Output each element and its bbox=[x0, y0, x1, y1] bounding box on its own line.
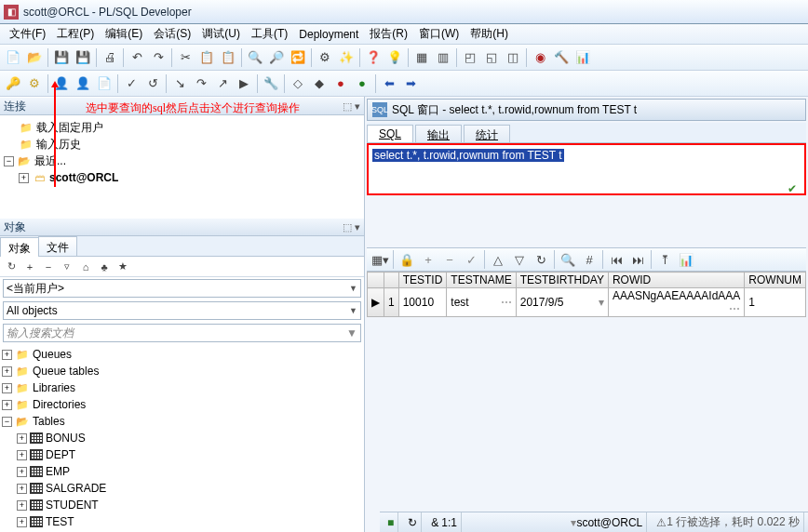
next-icon[interactable]: ➡ bbox=[400, 73, 421, 94]
stop-icon[interactable]: ● bbox=[330, 73, 351, 94]
col-testid[interactable]: TESTID bbox=[398, 273, 447, 288]
user-combo[interactable]: <当前用户>▼ bbox=[3, 279, 361, 298]
menu-deployment[interactable]: Deployment bbox=[293, 26, 364, 43]
fetchall-icon[interactable]: ▽ bbox=[509, 249, 530, 270]
help-icon[interactable]: ❓ bbox=[363, 47, 384, 68]
grid-grid-icon[interactable]: ▦▾ bbox=[370, 249, 390, 270]
status-refresh-icon[interactable]: ↻ bbox=[404, 512, 422, 532]
stepover-icon[interactable]: ↷ bbox=[191, 73, 211, 94]
del-row-icon[interactable]: − bbox=[439, 249, 460, 270]
expand-icon[interactable]: + bbox=[19, 173, 29, 183]
tab-output[interactable]: 输出 bbox=[415, 125, 462, 142]
fav-icon[interactable]: ★ bbox=[114, 259, 131, 275]
paste-icon[interactable]: 📋 bbox=[218, 47, 238, 68]
wrench-icon[interactable]: 🔧 bbox=[261, 73, 281, 94]
pin-icon[interactable]: ⬚ ▾ bbox=[343, 221, 360, 233]
collapse-icon[interactable]: − bbox=[4, 156, 14, 166]
replace-icon[interactable]: 🔁 bbox=[288, 47, 308, 68]
expand-icon[interactable]: + bbox=[17, 433, 27, 444]
new-icon[interactable]: 📄 bbox=[3, 47, 23, 68]
commit-icon[interactable]: ✓ bbox=[121, 73, 141, 94]
objects-tree[interactable]: +📁Queues +📁Queue tables +📁Libraries +📁Di… bbox=[0, 344, 364, 532]
first-icon[interactable]: ⏮ bbox=[606, 249, 626, 270]
menu-tools[interactable]: 工具(T) bbox=[246, 24, 293, 44]
plan-icon[interactable]: 📊 bbox=[572, 47, 593, 68]
col-rowid[interactable]: ROWID bbox=[608, 273, 744, 288]
menu-help[interactable]: 帮助(H) bbox=[465, 24, 514, 44]
lock-icon[interactable]: 🔒 bbox=[397, 249, 417, 270]
cascade-icon[interactable]: ◱ bbox=[481, 47, 502, 68]
print-icon[interactable]: 🖨 bbox=[100, 47, 120, 68]
tile-icon[interactable]: ◫ bbox=[503, 47, 523, 68]
add-icon[interactable]: + bbox=[21, 259, 38, 275]
col-testbirthday[interactable]: TESTBIRTHDAY bbox=[516, 273, 608, 288]
undo-icon[interactable]: ↶ bbox=[127, 47, 147, 68]
ellipsis-icon[interactable]: ⋯ bbox=[501, 296, 512, 309]
expand-icon[interactable]: + bbox=[17, 484, 27, 494]
runto-icon[interactable]: ▶ bbox=[234, 73, 254, 94]
findnext-icon[interactable]: 🔎 bbox=[266, 47, 287, 68]
menu-edit[interactable]: 编辑(E) bbox=[100, 24, 148, 44]
menu-report[interactable]: 报告(R) bbox=[364, 24, 413, 44]
stepinto-icon[interactable]: ↘ bbox=[169, 73, 190, 94]
menu-session[interactable]: 会话(S) bbox=[148, 24, 196, 44]
menu-debug[interactable]: 调试(U) bbox=[196, 24, 246, 44]
chart-icon[interactable]: 📊 bbox=[676, 249, 696, 270]
col-rownum[interactable]: ROWNUM bbox=[745, 273, 806, 288]
find-icon[interactable]: 🔍 bbox=[245, 47, 265, 68]
key-icon[interactable]: 🔑 bbox=[3, 73, 23, 94]
beautify-icon[interactable]: ✨ bbox=[336, 47, 357, 68]
expand-icon[interactable]: + bbox=[17, 467, 27, 477]
clear-icon[interactable]: ◇ bbox=[288, 73, 308, 94]
report-icon[interactable]: ◉ bbox=[530, 47, 550, 68]
stepout-icon[interactable]: ↗ bbox=[212, 73, 233, 94]
post-icon[interactable]: ✓ bbox=[461, 249, 481, 270]
refresh-grid-icon[interactable]: ↻ bbox=[531, 249, 551, 270]
expand-icon[interactable]: + bbox=[2, 400, 12, 410]
tree-icon[interactable]: ♣ bbox=[96, 259, 113, 275]
break-icon[interactable]: ◆ bbox=[309, 73, 330, 94]
menu-project[interactable]: 工程(P) bbox=[51, 24, 100, 44]
menu-bar[interactable]: 文件(F) 工程(P) 编辑(E) 会话(S) 调试(U) 工具(T) Depl… bbox=[0, 24, 808, 45]
form-icon[interactable]: ▥ bbox=[433, 47, 453, 68]
table-row[interactable]: ▶ 1 10010 test ⋯ 2017/9/5 ▾ AAASNgAAEAAA… bbox=[368, 288, 806, 317]
expand-icon[interactable]: + bbox=[2, 350, 12, 360]
filter-combo[interactable]: All objects▼ bbox=[3, 301, 361, 320]
status-connection[interactable]: scott@ORCL bbox=[576, 516, 642, 529]
pin-icon[interactable]: ⬚ ▾ bbox=[343, 100, 360, 113]
open-icon[interactable]: 📂 bbox=[24, 47, 45, 68]
sql-editor[interactable]: select t.*, t.rowid,rownum from TEST t bbox=[367, 143, 806, 195]
last-icon[interactable]: ⏭ bbox=[627, 249, 648, 270]
filter-icon[interactable]: ▿ bbox=[59, 259, 75, 275]
fetch-icon[interactable]: △ bbox=[488, 249, 508, 270]
expand-icon[interactable]: + bbox=[17, 450, 27, 460]
refresh-icon[interactable]: ↻ bbox=[3, 259, 20, 275]
tab-stats[interactable]: 统计 bbox=[464, 125, 510, 142]
add-row-icon[interactable]: + bbox=[418, 249, 438, 270]
redo-icon[interactable]: ↷ bbox=[148, 47, 168, 68]
expand-icon[interactable]: + bbox=[2, 366, 12, 377]
find-grid-icon[interactable]: 🔍 bbox=[558, 249, 578, 270]
tool-icon[interactable]: 🔨 bbox=[551, 47, 572, 68]
collapse-icon[interactable]: − bbox=[2, 417, 12, 427]
assist-icon[interactable]: 💡 bbox=[384, 47, 405, 68]
remove-icon[interactable]: − bbox=[40, 259, 57, 275]
grid-icon[interactable]: ▦ bbox=[411, 47, 432, 68]
cut-icon[interactable]: ✂ bbox=[175, 47, 195, 68]
tab-sql[interactable]: SQL bbox=[367, 125, 413, 142]
tab-files[interactable]: 文件 bbox=[38, 236, 77, 256]
export-icon[interactable]: ⤒ bbox=[654, 249, 675, 270]
ellipsis-icon[interactable]: ⋯ bbox=[729, 302, 740, 315]
execute-gear-icon[interactable]: ⚙ bbox=[24, 73, 45, 94]
session2-icon[interactable]: 👤 bbox=[73, 73, 93, 94]
menu-file[interactable]: 文件(F) bbox=[4, 24, 51, 44]
tab-objects[interactable]: 对象 bbox=[0, 237, 39, 257]
expand-icon[interactable]: + bbox=[2, 383, 12, 393]
expand-icon[interactable]: + bbox=[17, 517, 27, 527]
save-icon[interactable]: 💾 bbox=[51, 47, 72, 68]
counter-icon[interactable]: # bbox=[579, 249, 599, 270]
row-pointer-icon[interactable]: ▶ bbox=[368, 288, 384, 317]
rollback-icon[interactable]: ↺ bbox=[142, 73, 163, 94]
sql-file-icon[interactable]: 📄 bbox=[94, 73, 114, 94]
menu-window[interactable]: 窗口(W) bbox=[413, 24, 465, 44]
